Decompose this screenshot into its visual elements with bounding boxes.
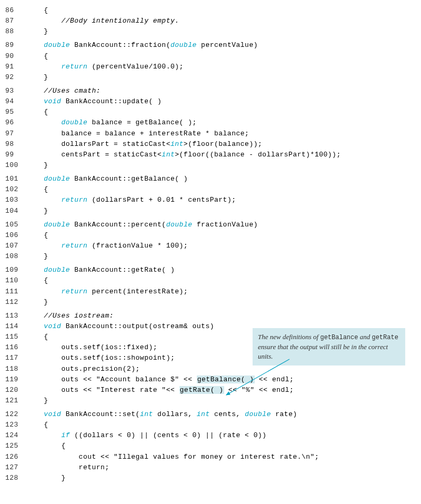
code-text: void BankAccount::output(ostream& outs): [26, 321, 214, 332]
code-text: balance = balance + interestRate * balan…: [26, 129, 249, 139]
keyword: double: [166, 221, 193, 229]
code-text: }: [26, 396, 48, 406]
comment: //Uses cmath:: [44, 87, 101, 95]
annotation-text: ensure that the output will still be in …: [258, 343, 388, 360]
line-number: 113: [5, 311, 26, 321]
comment: //Body intentionally empty.: [61, 17, 179, 25]
keyword: if: [61, 431, 70, 439]
code-text: }: [26, 297, 48, 308]
line-number: 125: [5, 441, 26, 451]
highlight: getBalance( ): [197, 375, 255, 383]
highlight: getRate( ): [179, 386, 224, 394]
line-number: 102: [5, 184, 26, 195]
line-number: 119: [5, 374, 26, 385]
code-text: outs.setf(ios::fixed);: [26, 342, 157, 353]
line-number: 117: [5, 353, 26, 363]
code-text: //Uses cmath:: [26, 86, 101, 96]
code-line: 86 {: [5, 5, 416, 16]
line-number: 103: [5, 195, 26, 205]
code-group: 89 double BankAccount::fraction(double p…: [5, 40, 416, 83]
code-text: }: [26, 160, 48, 171]
code-line: 88 }: [5, 26, 416, 37]
code-text: outs << "Account balance $" << getBalanc…: [26, 374, 294, 385]
code-text: centsPart = staticCast<int>(floor((balan…: [26, 150, 341, 160]
line-number: 97: [5, 129, 26, 139]
code-line: 100 }: [5, 160, 416, 171]
code-text: {: [26, 184, 48, 195]
code-text: double BankAccount::percent(double fract…: [26, 220, 258, 230]
line-number: 123: [5, 420, 26, 430]
code-line: 121 }: [5, 396, 416, 406]
code-line: 125 {: [5, 441, 416, 451]
code-group: 105 double BankAccount::percent(double f…: [5, 220, 416, 262]
code-text: double BankAccount::getRate( ): [26, 265, 175, 275]
code-line: 104 }: [5, 206, 416, 216]
line-number: 118: [5, 364, 26, 374]
comment: //Uses iostream:: [44, 312, 114, 320]
code-text: return (fractionValue * 100);: [26, 241, 188, 251]
code-line: 123 {: [5, 420, 416, 430]
keyword: double: [44, 221, 70, 229]
code-line: 97 balance = balance + interestRate * ba…: [5, 129, 416, 139]
line-number: 109: [5, 265, 26, 275]
code-text: outs.setf(ios::showpoint);: [26, 353, 175, 363]
keyword: void: [44, 97, 61, 105]
line-number: 110: [5, 275, 26, 286]
line-number: 98: [5, 139, 26, 150]
keyword: void: [44, 410, 61, 418]
code-line: 113 //Uses iostream:: [5, 311, 416, 321]
line-number: 105: [5, 220, 26, 230]
code-line: 98 dollarsPart = staticCast<int>(floor(b…: [5, 139, 416, 150]
code-text: }: [26, 206, 48, 216]
keyword: double: [245, 410, 271, 418]
code-text: return;: [26, 462, 109, 473]
code-text: {: [26, 5, 48, 16]
keyword: int: [162, 151, 175, 159]
code-text: return (dollarsPart + 0.01 * centsPart);: [26, 195, 236, 205]
code-line: 90 {: [5, 51, 416, 62]
annotation-mono: getRate: [372, 334, 398, 341]
line-number: 107: [5, 241, 26, 251]
code-text: return percent(interestRate);: [26, 286, 188, 297]
code-line: 106 {: [5, 230, 416, 241]
code-text: {: [26, 332, 48, 342]
keyword: void: [44, 322, 61, 330]
code-line: 111 return percent(interestRate);: [5, 286, 416, 297]
code-line: 94 void BankAccount::update( ): [5, 96, 416, 107]
code-line: 109 double BankAccount::getRate( ): [5, 265, 416, 275]
code-text: {: [26, 230, 48, 241]
line-number: 95: [5, 107, 26, 117]
line-number: 127: [5, 462, 26, 473]
code-text: cout << "Illegal values for money or int…: [26, 452, 319, 462]
line-number: 100: [5, 160, 26, 171]
line-number: 120: [5, 385, 26, 396]
code-line: 105 double BankAccount::percent(double f…: [5, 220, 416, 230]
keyword: double: [44, 41, 70, 49]
code-text: {: [26, 420, 48, 430]
keyword: return: [61, 63, 87, 71]
code-text: outs.precision(2);: [26, 364, 140, 374]
annotation-box: The new definitions of getBalance and ge…: [253, 328, 405, 365]
line-number: 126: [5, 452, 26, 462]
line-number: 124: [5, 430, 26, 441]
code-line: 112 }: [5, 297, 416, 308]
code-text: double BankAccount::getBalance( ): [26, 174, 188, 184]
line-number: 111: [5, 286, 26, 297]
keyword: double: [44, 175, 70, 183]
code-line: 92 }: [5, 72, 416, 83]
code-text: }: [26, 26, 48, 37]
code-line: 126 cout << "Illegal values for money or…: [5, 452, 416, 462]
code-line: 91 return (percentValue/100.0);: [5, 62, 416, 72]
keyword: double: [44, 266, 70, 274]
line-number: 92: [5, 72, 26, 83]
code-line: 103 return (dollarsPart + 0.01 * centsPa…: [5, 195, 416, 205]
code-line: 87 //Body intentionally empty.: [5, 16, 416, 26]
code-text: {: [26, 441, 66, 451]
line-number: 122: [5, 409, 26, 420]
line-number: 93: [5, 86, 26, 96]
line-number: 89: [5, 40, 26, 51]
line-number: 108: [5, 251, 26, 262]
keyword: int: [197, 410, 210, 418]
code-line: 128 }: [5, 473, 416, 483]
keyword: return: [61, 196, 87, 204]
